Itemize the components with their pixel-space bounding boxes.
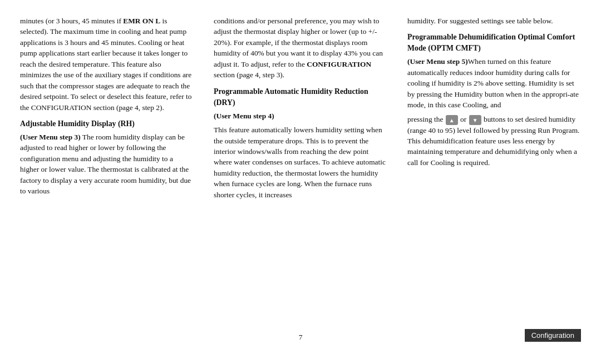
col1-para1: minutes (or 3 hours, 45 minutes if EMR O…: [20, 16, 194, 113]
col1-para2: (User Menu step 3) The room humidity dis…: [20, 132, 194, 197]
page-footer: 7 Configuration: [20, 333, 581, 342]
column-2: conditions and/or personal preference, y…: [204, 16, 397, 328]
col3-arrow-row: pressing the or buttons to set desired h…: [407, 114, 581, 168]
col3-para2: (User Menu step 5)When turned on this fe…: [407, 56, 581, 110]
col2-para1: conditions and/or personal preference, y…: [214, 16, 387, 81]
col3-para1: humidity. For suggested settings see tab…: [407, 16, 581, 26]
page-number: 7: [20, 333, 581, 342]
down-arrow-icon: [469, 115, 481, 125]
col3-section-heading: Programmable Dehumidification Optimal Co…: [407, 32, 581, 54]
column-3: humidity. For suggested settings see tab…: [397, 16, 581, 328]
column-1: minutes (or 3 hours, 45 minutes if EMR O…: [20, 16, 204, 328]
page: minutes (or 3 hours, 45 minutes if EMR O…: [0, 0, 601, 364]
configuration-button[interactable]: Configuration: [525, 329, 581, 342]
col2-section-heading: Programmable Automatic Humidity Reductio…: [214, 86, 387, 108]
col2-user-step: (User Menu step 4): [214, 111, 387, 121]
up-arrow-icon: [446, 115, 458, 125]
col2-para2: This feature automatically lowers humidi…: [214, 124, 387, 200]
col1-section-heading: Adjustable Humidity Display (RH): [20, 118, 194, 129]
columns: minutes (or 3 hours, 45 minutes if EMR O…: [20, 16, 581, 328]
